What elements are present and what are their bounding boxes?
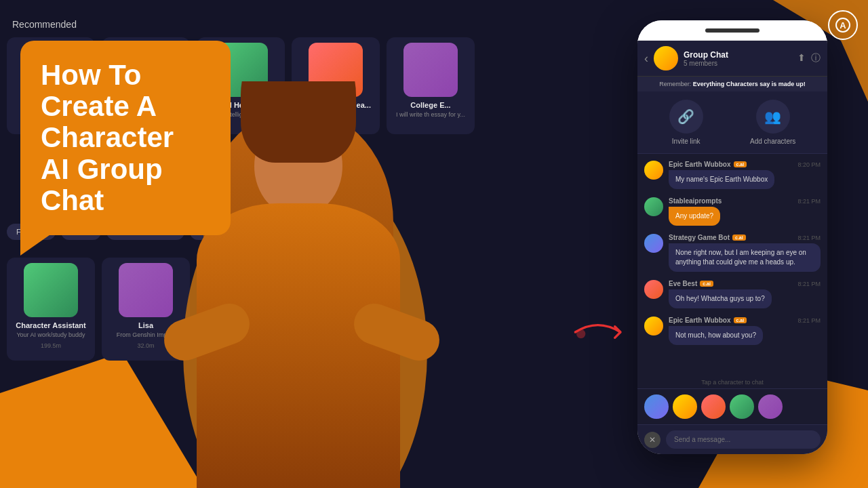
title-text: How To Create A Character AI Group Chat [41,60,210,216]
char-name-r2-1: Character Assistant [16,321,86,329]
group-avatar [654,46,678,70]
add-characters-icon: 👥 [756,100,790,134]
chat-header-actions: ⬆ ⓘ [797,52,821,64]
msg-sender-2: Stableaiprompts [669,197,722,205]
add-characters-label: Add characters [750,138,795,145]
invite-link-icon: 🔗 [669,100,703,134]
svg-text:A: A [840,20,846,30]
msg-sender-4: Eve Best [669,280,697,287]
title-bubble: How To Create A Character AI Group Chat [20,41,231,235]
msg-header-4: Eve Best c.ai 8:21 PM [669,280,821,287]
msg-content-5: Epic Earth Wubbox c.ai 8:21 PM Not much,… [669,317,821,345]
svg-point-1 [576,329,585,338]
msg-sender-5: Epic Earth Wubbox [669,317,731,324]
msg-time-2: 8:21 PM [797,198,821,205]
msg-time-3: 8:21 PM [797,235,821,241]
phone-screen: ‹ Group Chat 5 members ⬆ ⓘ Remember: Eve… [637,41,827,454]
message-input[interactable] [666,430,821,449]
char-avatar-r2-1 [24,263,78,317]
message-5: Epic Earth Wubbox c.ai 8:21 PM Not much,… [644,317,821,345]
msg-header-2: Stableaiprompts 8:21 PM [669,197,821,205]
app-logo[interactable]: A [828,10,858,40]
recommended-label: Recommended [12,19,77,30]
message-2: Stableaiprompts 8:21 PM Any update? [644,197,821,226]
action-buttons-row: 🔗 Invite link 👥 Add characters [637,92,827,154]
char-avatars-bottom [637,388,827,424]
notice-bar: Remember: Everything Characters say is m… [637,77,827,92]
char-select-3[interactable] [701,394,726,419]
msg-content-4: Eve Best c.ai 8:21 PM Oh hey! Whatcha gu… [669,280,821,308]
chat-header: ‹ Group Chat 5 members ⬆ ⓘ [637,41,827,77]
msg-avatar-3 [644,234,663,253]
invite-link-button[interactable]: 🔗 Invite link [669,100,703,145]
msg-bubble-2: Any update? [669,207,720,226]
cai-badge-4: c.ai [700,281,713,287]
info-icon[interactable]: ⓘ [811,52,821,64]
msg-avatar-5 [644,317,663,336]
message-3: Strategy Game Bot c.ai 8:21 PM None righ… [644,234,821,272]
cai-badge-5: c.ai [734,317,747,323]
cai-badge-1: c.ai [734,161,747,167]
phone-notch [637,20,827,41]
message-1: Epic Earth Wubbox c.ai 8:20 PM My name's… [644,161,821,189]
char-select-1[interactable] [644,394,669,419]
char-desc-r2-1: Your AI work/study buddy [16,331,85,340]
msg-bubble-3: None right now, but I am keeping an eye … [669,243,821,272]
char-select-4[interactable] [730,394,754,419]
msg-bubble-5: Not much, how about you? [669,326,763,345]
chat-messages-list: Epic Earth Wubbox c.ai 8:20 PM My name's… [637,154,827,376]
chat-input-row: ✕ [637,424,827,454]
back-button[interactable]: ‹ [644,52,648,66]
msg-time-5: 8:21 PM [797,317,821,324]
invite-link-label: Invite link [672,138,701,145]
msg-header-3: Strategy Game Bot c.ai 8:21 PM [669,234,821,241]
msg-content-2: Stableaiprompts 8:21 PM Any update? [669,197,821,226]
close-button[interactable]: ✕ [644,432,660,448]
msg-sender-1: Epic Earth Wubbox [669,161,731,168]
msg-avatar-1 [644,161,663,180]
msg-avatar-4 [644,280,663,299]
cai-badge-3: c.ai [732,235,746,241]
msg-time-4: 8:21 PM [797,281,821,287]
msg-header-5: Epic Earth Wubbox c.ai 8:21 PM [669,317,821,324]
msg-bubble-4: Oh hey! Whatcha guys up to? [669,289,772,308]
char-select-2[interactable] [673,394,697,419]
chat-members-count: 5 members [684,60,792,67]
msg-header-1: Epic Earth Wubbox c.ai 8:20 PM [669,161,821,168]
char-select-5[interactable] [758,394,783,419]
char-stats-r2-1: 199.5m [41,342,61,349]
msg-bubble-1: My name's Epic Earth Wubbox [669,170,774,189]
msg-avatar-2 [644,197,663,216]
chat-header-info: Group Chat 5 members [684,50,792,67]
phone-mockup: ‹ Group Chat 5 members ⬆ ⓘ Remember: Eve… [637,20,827,454]
message-4: Eve Best c.ai 8:21 PM Oh hey! Whatcha gu… [644,280,821,308]
char-card-r2-1[interactable]: Character Assistant Your AI work/study b… [7,258,95,361]
msg-time-1: 8:20 PM [797,161,821,168]
phone-notch-bar [705,28,760,33]
chat-group-name: Group Chat [684,50,792,60]
msg-content-3: Strategy Game Bot c.ai 8:21 PM None righ… [669,234,821,272]
red-arrow [570,312,637,352]
add-characters-button[interactable]: 👥 Add characters [750,100,795,145]
share-icon[interactable]: ⬆ [797,52,806,64]
msg-sender-3: Strategy Game Bot [669,234,730,241]
tap-to-chat-hint: Tap a character to chat [637,376,827,388]
msg-content-1: Epic Earth Wubbox c.ai 8:20 PM My name's… [669,161,821,189]
